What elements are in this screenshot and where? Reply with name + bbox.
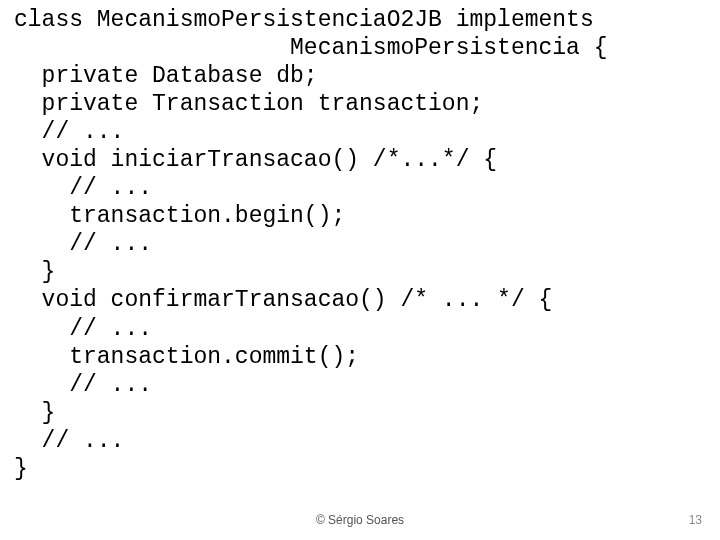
code-line: } bbox=[14, 456, 28, 482]
code-line: } bbox=[14, 259, 55, 285]
code-line: } bbox=[14, 400, 55, 426]
code-line: // ... bbox=[14, 175, 152, 201]
code-line: void confirmarTransacao() /* ... */ { bbox=[14, 287, 552, 313]
code-line: class MecanismoPersistenciaO2JB implemen… bbox=[14, 7, 594, 33]
code-line: transaction.commit(); bbox=[14, 344, 359, 370]
code-line: MecanismoPersistencia { bbox=[14, 35, 608, 61]
code-line: // ... bbox=[14, 316, 152, 342]
code-line: private Database db; bbox=[14, 63, 318, 89]
page-number: 13 bbox=[689, 513, 702, 528]
code-line: void iniciarTransacao() /*...*/ { bbox=[14, 147, 497, 173]
code-line: // ... bbox=[14, 428, 124, 454]
code-line: private Transaction transaction; bbox=[14, 91, 483, 117]
slide: class MecanismoPersistenciaO2JB implemen… bbox=[0, 0, 720, 540]
code-line: // ... bbox=[14, 231, 152, 257]
code-line: // ... bbox=[14, 372, 152, 398]
copyright-text: © Sérgio Soares bbox=[316, 513, 404, 528]
code-block: class MecanismoPersistenciaO2JB implemen… bbox=[0, 0, 720, 483]
code-line: transaction.begin(); bbox=[14, 203, 345, 229]
code-line: // ... bbox=[14, 119, 124, 145]
